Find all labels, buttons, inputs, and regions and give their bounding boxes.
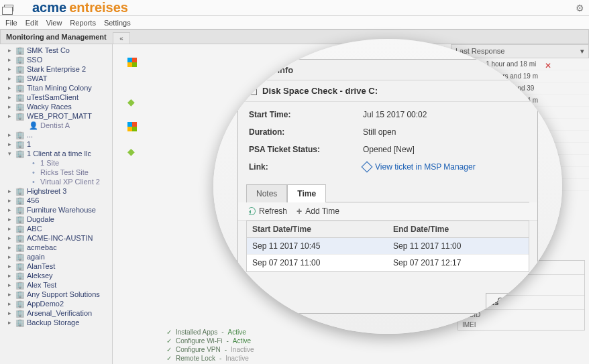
prop-value: Still open — [363, 127, 527, 137]
tree-node[interactable]: ▸🏢SWAT — [0, 74, 112, 83]
building-icon: 🏢 — [16, 149, 24, 158]
time-entry-row[interactable]: Sep 07 2017 11:00Sep 07 2017 12:17 — [247, 255, 529, 271]
prop-key: PSA Ticket Status: — [249, 145, 363, 154]
dialog-properties: Start Time:Jul 15 2017 00:02Duration:Sti… — [238, 102, 537, 181]
check-icon: ✓ — [166, 337, 172, 345]
tree-node[interactable]: ▸🏢ACME-INC-AUSTIN — [0, 233, 112, 243]
dialog-subtitle: Disk Space Check - drive C: — [262, 86, 378, 96]
check-icon: ✓ — [166, 346, 172, 353]
menu-bar: File Edit View Reports Settings — [0, 16, 589, 29]
caret-icon: ▸ — [8, 103, 13, 110]
view-ticket-link[interactable]: View ticket in MSP Manager — [363, 162, 476, 172]
tree-node[interactable]: ▸🏢Wacky Races — [0, 102, 112, 111]
tree-node[interactable]: ▸🏢acmebac — [0, 243, 112, 252]
building-icon: 🏢 — [16, 140, 24, 148]
tree-node[interactable]: ▸🏢1 — [0, 139, 112, 149]
outage-info-dialog: Outage Info ✕ Disk Space Check - drive C… — [237, 59, 538, 314]
main-area: « ◆ ◆ ✕ ✕ 1@gmail.com)@gmail.com)m.com)z… — [113, 44, 589, 364]
col-end[interactable]: End Date/Time — [388, 221, 529, 237]
tree-node[interactable]: •Virtual XP Client 2 — [0, 177, 112, 186]
tree-node[interactable]: ▸🏢SSO — [0, 55, 112, 64]
window-icon — [4, 5, 13, 11]
building-icon: 🏢 — [16, 131, 24, 139]
menu-reports[interactable]: Reports — [70, 19, 96, 27]
tree-node[interactable]: ▸🏢Stark Enterprise 2 — [0, 64, 112, 74]
check-icon: ✓ — [166, 355, 172, 362]
caret-icon: ▸ — [8, 197, 13, 204]
prop-key: Start Time: — [249, 110, 363, 119]
caret-icon: ▸ — [8, 188, 13, 194]
tab-notes[interactable]: Notes — [246, 184, 287, 202]
tree-node[interactable]: ▸🏢ABC — [0, 224, 112, 233]
sort-caret-icon[interactable]: ▾ — [580, 47, 584, 56]
installed-apps-list: ✓Installed Apps-Active✓Configure Wi-Fi-A… — [166, 328, 254, 363]
tree-node[interactable]: ▸🏢Alex Test — [0, 280, 112, 290]
building-icon: 🏢 — [16, 253, 24, 261]
android-icon: ◆ — [127, 146, 137, 157]
tree-node[interactable]: ▸🏢Titan Mining Colony — [0, 83, 112, 93]
dialog-title: Outage Info — [245, 65, 293, 75]
caret-icon: ▸ — [8, 84, 13, 91]
feature-row: ✓Configure Wi-Fi-Active — [166, 337, 254, 345]
tree-node[interactable]: ▸🏢456 — [0, 196, 112, 205]
time-entries-grid: Start Date/Time End Date/Time Sep 11 201… — [246, 221, 529, 272]
client-tree[interactable]: ▸🏢SMK Test Co▸🏢SSO▸🏢Stark Enterprise 2▸🏢… — [0, 44, 112, 328]
caret-icon: ▸ — [8, 263, 13, 269]
caret-icon: ▸ — [8, 282, 13, 288]
menu-edit[interactable]: Edit — [25, 19, 38, 27]
brand-sub: entreises — [69, 0, 128, 15]
title-bar: acme entreises ⚙ — [0, 0, 589, 16]
caret-icon: ▸ — [8, 300, 13, 307]
tab-time[interactable]: Time — [287, 184, 326, 202]
caret-icon: ▸ — [8, 47, 13, 54]
dialog-tabs: Notes Time — [246, 184, 529, 202]
cell-start: Sep 07 2017 11:00 — [247, 255, 388, 271]
tree-node[interactable]: ▸🏢SMK Test Co — [0, 46, 112, 55]
building-icon: 🏢 — [16, 74, 24, 82]
building-icon: 🏢 — [16, 206, 24, 214]
tree-node[interactable]: ▸🏢Highstreet 3 — [0, 186, 112, 196]
tree-node[interactable]: ▾🏢1 Client at a time llc — [0, 149, 112, 158]
building-icon: 🏢 — [16, 93, 24, 101]
caret-icon: ▸ — [8, 253, 13, 260]
feature-row: ✓Installed Apps-Active — [166, 328, 254, 337]
refresh-button[interactable]: Refresh — [248, 206, 287, 216]
tree-node[interactable]: ▸🏢uTestSamClient — [0, 93, 112, 102]
add-time-button[interactable]: + Add Time — [297, 206, 339, 216]
windows-icon — [127, 122, 137, 131]
tree-node[interactable]: ▸🏢again — [0, 252, 112, 261]
tree-node[interactable]: ▸🏢Aleksey — [0, 271, 112, 280]
tree-node[interactable]: ▸🏢... — [0, 130, 112, 139]
building-icon: 🏢 — [16, 196, 24, 204]
tree-node[interactable]: •1 Site — [0, 158, 112, 168]
tree-node[interactable]: ▸🏢Any Support Solutions — [0, 290, 112, 299]
refresh-icon — [248, 207, 256, 215]
caret-icon: ▾ — [8, 150, 13, 157]
tree-node[interactable]: ▸🏢AlanTest — [0, 261, 112, 271]
col-start[interactable]: Start Date/Time — [247, 221, 388, 237]
cell-end: Sep 07 2017 12:17 — [388, 255, 529, 271]
settings-icon[interactable]: ⚙ — [573, 1, 586, 15]
building-icon: 🏢 — [16, 309, 24, 317]
tree-node[interactable]: ▸🏢Backup Storage — [0, 318, 112, 327]
menu-settings[interactable]: Settings — [104, 19, 131, 27]
time-entry-row[interactable]: Sep 11 2017 10:45Sep 11 2017 11:00 — [247, 238, 529, 255]
tree-node[interactable]: ▸🏢Dugdale — [0, 215, 112, 224]
tree-node[interactable]: ▸🏢WEB_PROT_MATT — [0, 111, 112, 121]
caret-icon: ▸ — [8, 216, 13, 223]
tree-node[interactable]: ▸🏢Arsenal_Verification — [0, 308, 112, 318]
tree-node[interactable]: ▸🏢Furniture Warehouse — [0, 205, 112, 215]
collapse-toggle[interactable]: « — [113, 32, 130, 44]
tree-node[interactable]: ▸🏢AppDemo2 — [0, 299, 112, 308]
menu-file[interactable]: File — [5, 19, 17, 27]
caret-icon: ▸ — [8, 113, 13, 119]
building-icon: 🏢 — [16, 234, 24, 242]
tree-node[interactable]: •Ricks Test Site — [0, 168, 112, 177]
time-toolbar: Refresh + Add Time — [238, 202, 537, 221]
cell-end: Sep 11 2017 11:00 — [388, 238, 529, 254]
caret-icon: ▸ — [8, 94, 13, 101]
building-icon: 🏢 — [16, 215, 24, 223]
tree-node[interactable]: 👤Dentist A — [0, 121, 112, 130]
caret-icon: ▸ — [8, 235, 13, 241]
menu-view[interactable]: View — [46, 19, 62, 27]
